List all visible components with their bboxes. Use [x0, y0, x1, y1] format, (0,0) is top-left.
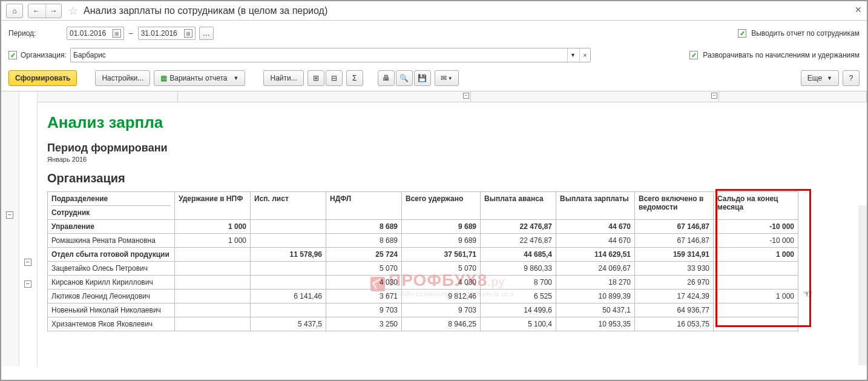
row-value: 8 689	[326, 234, 402, 248]
row-value: 9 703	[402, 303, 481, 317]
filters-panel: Период: 01.01.2016 ▦ – 31.01.2016 ▦ … ✓ …	[1, 21, 867, 68]
org-dropdown-button[interactable]: ▼	[567, 48, 578, 62]
outline-toggle[interactable]: −	[6, 211, 13, 219]
table-row[interactable]: Лютиков Леонид Леонидович6 141,463 6719 …	[48, 290, 798, 303]
sum-button[interactable]: Σ	[346, 70, 363, 86]
expand-all-button[interactable]: ⊞	[307, 70, 324, 86]
row-value: 14 499,6	[481, 303, 556, 317]
find-button[interactable]: Найти...	[263, 70, 303, 86]
print-button[interactable]: 🖶	[378, 70, 395, 86]
row-value	[175, 290, 251, 303]
print-icon: 🖶	[383, 74, 390, 82]
date-to-input[interactable]: 31.01.2016 ▦	[138, 27, 196, 40]
row-value: 67 146,87	[635, 220, 714, 234]
row-name: Зацветайко Олесь Петрович	[48, 262, 175, 276]
sigma-icon: Σ	[352, 74, 357, 82]
row-value	[175, 276, 251, 290]
mail-icon: ✉	[441, 74, 447, 82]
col-salary: Выплата зарплаты	[556, 192, 635, 220]
save-button[interactable]: 💾	[414, 70, 431, 86]
row-value: 6 525	[481, 290, 556, 303]
row-name: Ромашкина Рената Романовна	[48, 234, 175, 248]
row-value: 17 424,39	[635, 290, 714, 303]
table-row[interactable]: Хризантемов Яков Яковлевич5 437,53 2508 …	[48, 317, 798, 331]
close-icon: ✕	[855, 5, 862, 15]
row-value: 44 670	[556, 234, 635, 248]
row-value: 10 953,35	[556, 317, 635, 331]
close-button[interactable]: ✕	[855, 5, 862, 15]
calendar-icon[interactable]: ▦	[184, 29, 192, 38]
row-value: 8 700	[481, 276, 556, 290]
chevron-down-icon: ▼	[234, 75, 239, 81]
row-value: 44 685,4	[481, 248, 556, 262]
table-row[interactable]: Зацветайко Олесь Петрович5 0705 0709 860…	[48, 262, 798, 276]
back-button[interactable]: ←	[28, 4, 44, 18]
forward-button[interactable]: →	[45, 4, 61, 18]
date-to-value: 31.01.2016	[141, 29, 177, 38]
row-value: 37 561,71	[402, 248, 481, 262]
column-toggle[interactable]: −	[711, 93, 717, 99]
table-row[interactable]: Кирсанов Кирилл Кириллович4 0304 0308 70…	[48, 276, 798, 290]
row-value: 1 000	[175, 220, 251, 234]
page-title: Анализ зарплаты по сотрудникам (в целом …	[84, 5, 327, 16]
row-value	[251, 220, 326, 234]
calendar-icon[interactable]: ▦	[113, 29, 121, 38]
titlebar: ⌂ ← → ☆ Анализ зарплаты по сотрудникам (…	[1, 1, 867, 21]
favorite-star[interactable]: ☆	[67, 4, 80, 18]
more-button[interactable]: Еще ▼	[801, 70, 839, 86]
collapse-all-button[interactable]: ⊟	[326, 70, 343, 86]
row-value	[175, 248, 251, 262]
period-select-button[interactable]: …	[199, 27, 214, 40]
form-button[interactable]: Сформировать	[8, 70, 77, 86]
row-value: 1 000	[714, 290, 798, 303]
table-row[interactable]: Управление1 0008 6899 68922 476,8744 670…	[48, 220, 798, 234]
email-button[interactable]: ✉ ▼	[435, 70, 459, 86]
column-toggle[interactable]: −	[463, 93, 469, 99]
report-period-label: Период формировани	[47, 142, 857, 154]
variants-button[interactable]: ▦ Варианты отчета ▼	[154, 70, 245, 86]
settings-button[interactable]: Настройки...	[95, 70, 150, 86]
row-toggle[interactable]: −	[24, 280, 31, 288]
table-row[interactable]: Ромашкина Рената Романовна1 0008 6899 68…	[48, 234, 798, 248]
row-toggle[interactable]: −	[24, 259, 31, 266]
report-table: Подразделение Сотрудник Удержание в НПФ …	[47, 191, 798, 331]
chevron-down-icon: ▼	[570, 52, 576, 58]
row-value	[175, 317, 251, 331]
row-value: 16 053,75	[635, 317, 714, 331]
column-ruler: − −	[38, 91, 867, 102]
row-value: -10 000	[714, 220, 798, 234]
app-window: ⌂ ← → ☆ Анализ зарплаты по сотрудникам (…	[0, 0, 868, 381]
org-input[interactable]: Барбарис ▼ ×	[70, 48, 591, 62]
row-value: 22 476,87	[481, 234, 556, 248]
expand-icon: ⊞	[313, 74, 319, 82]
home-button[interactable]: ⌂	[7, 4, 22, 18]
row-value: 5 437,5	[251, 317, 326, 331]
org-checkbox[interactable]: ✓	[8, 51, 17, 59]
col-advance: Выплата аванса	[481, 192, 556, 220]
row-value: 9 703	[326, 303, 402, 317]
by-employees-checkbox[interactable]: ✓	[738, 29, 746, 38]
table-row[interactable]: Отдел сбыта готовой продукции11 578,9625…	[48, 248, 798, 262]
preview-button[interactable]: 🔍	[396, 70, 413, 86]
date-from-input[interactable]: 01.01.2016 ▦	[67, 27, 124, 40]
report-title: Анализ зарпла	[47, 113, 857, 132]
arrow-right-icon: →	[50, 7, 58, 15]
col-subdivision: Подразделение Сотрудник	[48, 192, 175, 220]
period-label: Период:	[8, 29, 63, 38]
row-name: Управление	[48, 220, 175, 234]
report-area: − − − − − ПРОФБУХ8.ру ОНЛАЙН-СЕМИНАРЫ И …	[1, 91, 867, 366]
expand-label: Разворачивать по начислениям и удержания…	[703, 51, 860, 59]
row-value	[175, 262, 251, 276]
row-value: 22 476,87	[481, 220, 556, 234]
col-isp: Исп. лист	[251, 192, 326, 220]
expand-checkbox[interactable]: ✓	[689, 51, 698, 59]
row-value: 11 578,96	[251, 248, 326, 262]
col-balance: Сальдо на конец месяца	[714, 192, 798, 220]
row-value: 4 030	[402, 276, 481, 290]
row-value: 5 070	[402, 262, 481, 276]
help-button[interactable]: ?	[843, 70, 860, 86]
org-clear-button[interactable]: ×	[579, 48, 590, 62]
vertical-scrollbar[interactable]	[858, 205, 867, 365]
date-from-value: 01.01.2016	[70, 29, 106, 38]
table-row[interactable]: Новенький Николай Николаевич9 7039 70314…	[48, 303, 798, 317]
